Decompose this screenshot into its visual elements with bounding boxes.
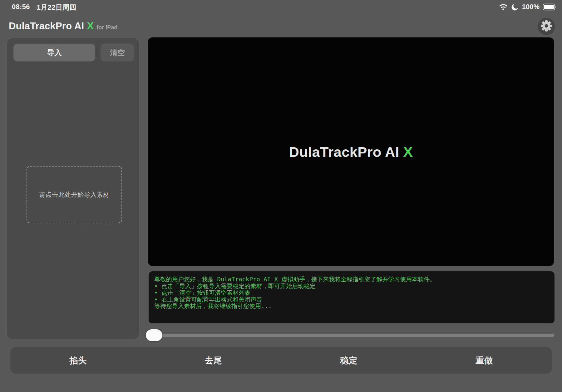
- app-title: DulaTrackPro AI X for iPad: [9, 20, 117, 32]
- console-line: 尊敬的用户您好，我是 DulaTrackPro AI X 虚拟助手，接下来我将全…: [154, 276, 549, 283]
- watermark-x: X: [403, 143, 413, 160]
- video-preview: DulaTrackPro AI X: [148, 37, 554, 266]
- wifi-icon: [499, 3, 508, 11]
- console-line: • 点击「清空」按钮可清空素材列表: [154, 289, 549, 296]
- battery-icon: [543, 3, 556, 11]
- slider-track[interactable]: [146, 334, 554, 337]
- media-sidebar: 导入 清空 请点击此处开始导入素材: [7, 38, 139, 339]
- battery-percent: 100%: [522, 3, 540, 11]
- clear-button[interactable]: 清空: [101, 44, 134, 61]
- import-button[interactable]: 导入: [13, 44, 95, 61]
- trim-tail-button[interactable]: 去尾: [146, 347, 281, 374]
- preview-watermark: DulaTrackPro AI X: [289, 143, 413, 160]
- status-time: 08:56: [12, 3, 30, 12]
- console-line: • 右上角设置可配置导出格式和关闭声音: [154, 296, 549, 303]
- sidebar-button-row: 导入 清空: [13, 44, 134, 61]
- gear-icon: [540, 19, 553, 34]
- assistant-console: 尊敬的用户您好，我是 DulaTrackPro AI X 虚拟助手，接下来我将全…: [149, 271, 555, 323]
- status-bar: 08:56 1月22日周四 100%: [0, 0, 562, 14]
- trim-head-button[interactable]: 掐头: [10, 347, 146, 374]
- redo-button[interactable]: 重做: [417, 347, 552, 374]
- status-left: 08:56 1月22日周四: [12, 3, 76, 12]
- watermark-name: DulaTrackPro AI: [289, 144, 399, 160]
- stabilize-button[interactable]: 稳定: [281, 347, 417, 374]
- slider-thumb[interactable]: [146, 329, 162, 341]
- app-screen: 08:56 1月22日周四 100%: [0, 0, 562, 392]
- bottom-toolbar: 掐头 去尾 稳定 重做: [10, 347, 552, 374]
- app-name: DulaTrackPro AI: [9, 21, 84, 32]
- app-name-x: X: [87, 20, 94, 32]
- timeline-slider: [146, 329, 554, 341]
- moon-icon: [511, 3, 519, 11]
- console-line: • 点击「导入」按钮导入需要稳定的素材，即可开始启动稳定: [154, 283, 549, 290]
- app-subtitle: for iPad: [96, 24, 117, 31]
- dropzone-hint: 请点击此处开始导入素材: [39, 191, 110, 199]
- import-dropzone[interactable]: 请点击此处开始导入素材: [27, 166, 122, 223]
- console-line: 等待您导入素材后，我将继续指引您使用...: [154, 303, 549, 310]
- settings-button[interactable]: [538, 18, 555, 35]
- status-date: 1月22日周四: [37, 3, 76, 12]
- status-right: 100%: [499, 3, 556, 11]
